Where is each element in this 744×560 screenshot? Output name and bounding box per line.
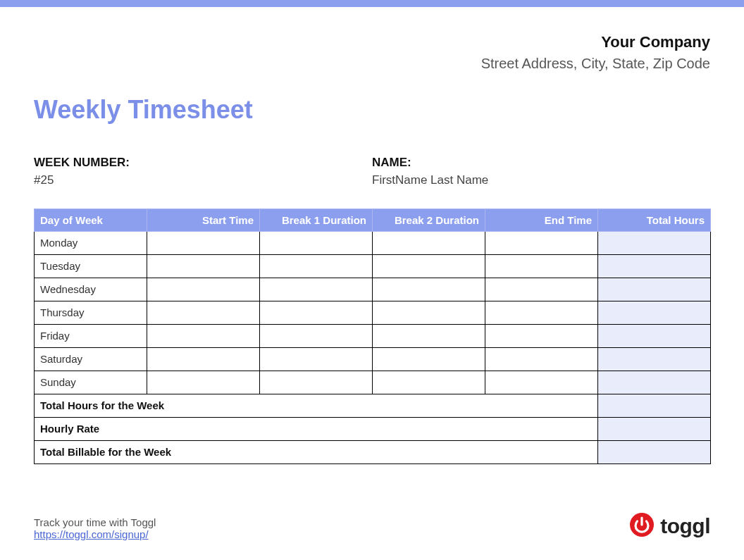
summary-billable-label: Total Billable for the Week xyxy=(35,440,598,463)
footer-left: Track your time with Toggl https://toggl… xyxy=(34,516,156,540)
table-row: Wednesday xyxy=(35,278,711,301)
cell-day: Tuesday xyxy=(35,254,147,278)
cell-break1[interactable] xyxy=(260,254,373,278)
cell-day: Thursday xyxy=(35,301,147,324)
cell-total[interactable] xyxy=(598,371,711,394)
th-day: Day of Week xyxy=(35,209,147,231)
table-row: Thursday xyxy=(35,301,711,324)
cell-break2[interactable] xyxy=(373,347,485,371)
cell-start[interactable] xyxy=(147,278,260,301)
cell-start[interactable] xyxy=(147,347,260,371)
cell-break2[interactable] xyxy=(373,301,485,324)
th-start: Start Time xyxy=(147,209,260,231)
summary-hourly-rate-label: Hourly Rate xyxy=(35,417,598,440)
summary-hourly-rate-value[interactable] xyxy=(598,417,711,440)
timesheet-table: Day of Week Start Time Break 1 Duration … xyxy=(34,209,711,464)
page-content: Your Company Street Address, City, State… xyxy=(0,7,744,464)
cell-break2[interactable] xyxy=(373,371,485,394)
cell-day: Wednesday xyxy=(35,278,147,301)
meta-week: WEEK NUMBER: #25 xyxy=(34,156,372,187)
cell-total[interactable] xyxy=(598,324,711,347)
cell-break1[interactable] xyxy=(260,301,373,324)
cell-end[interactable] xyxy=(485,278,598,301)
cell-total[interactable] xyxy=(598,278,711,301)
th-break1: Break 1 Duration xyxy=(260,209,373,231)
name-label: NAME: xyxy=(372,156,710,170)
cell-total[interactable] xyxy=(598,254,711,278)
cell-day: Friday xyxy=(35,324,147,347)
summary-total-hours-row: Total Hours for the Week xyxy=(35,394,711,417)
cell-day: Saturday xyxy=(35,347,147,371)
cell-end[interactable] xyxy=(485,301,598,324)
table-row: Saturday xyxy=(35,347,711,371)
cell-end[interactable] xyxy=(485,324,598,347)
page-title: Weekly Timesheet xyxy=(34,95,710,125)
top-accent-bar xyxy=(0,0,744,7)
cell-break1[interactable] xyxy=(260,278,373,301)
summary-billable-row: Total Billable for the Week xyxy=(35,440,711,463)
summary-total-hours-value[interactable] xyxy=(598,394,711,417)
cell-start[interactable] xyxy=(147,324,260,347)
cell-total[interactable] xyxy=(598,231,711,254)
cell-break2[interactable] xyxy=(373,278,485,301)
footer-tagline: Track your time with Toggl xyxy=(34,516,156,528)
cell-break1[interactable] xyxy=(260,347,373,371)
toggl-logo: toggl xyxy=(629,512,710,540)
name-value: FirstName Last Name xyxy=(372,173,710,187)
table-row: Monday xyxy=(35,231,711,254)
power-icon xyxy=(629,512,655,540)
company-block: Your Company Street Address, City, State… xyxy=(34,32,710,73)
cell-break2[interactable] xyxy=(373,231,485,254)
cell-start[interactable] xyxy=(147,301,260,324)
cell-day: Sunday xyxy=(35,371,147,394)
cell-end[interactable] xyxy=(485,371,598,394)
company-name: Your Company xyxy=(34,32,710,53)
cell-total[interactable] xyxy=(598,347,711,371)
footer: Track your time with Toggl https://toggl… xyxy=(34,512,710,540)
table-row: Friday xyxy=(35,324,711,347)
cell-start[interactable] xyxy=(147,231,260,254)
table-header-row: Day of Week Start Time Break 1 Duration … xyxy=(35,209,711,231)
th-total: Total Hours xyxy=(598,209,711,231)
table-row: Tuesday xyxy=(35,254,711,278)
cell-break2[interactable] xyxy=(373,254,485,278)
summary-total-hours-label: Total Hours for the Week xyxy=(35,394,598,417)
th-break2: Break 2 Duration xyxy=(373,209,485,231)
cell-break1[interactable] xyxy=(260,371,373,394)
cell-end[interactable] xyxy=(485,254,598,278)
cell-start[interactable] xyxy=(147,254,260,278)
th-end: End Time xyxy=(485,209,598,231)
cell-end[interactable] xyxy=(485,231,598,254)
cell-day: Monday xyxy=(35,231,147,254)
company-address: Street Address, City, State, Zip Code xyxy=(34,54,710,73)
summary-hourly-rate-row: Hourly Rate xyxy=(35,417,711,440)
cell-break2[interactable] xyxy=(373,324,485,347)
signup-link[interactable]: https://toggl.com/signup/ xyxy=(34,528,149,540)
meta-row: WEEK NUMBER: #25 NAME: FirstName Last Na… xyxy=(34,156,710,187)
table-row: Sunday xyxy=(35,371,711,394)
week-number-value: #25 xyxy=(34,173,372,187)
cell-start[interactable] xyxy=(147,371,260,394)
logo-text: toggl xyxy=(660,514,710,538)
cell-break1[interactable] xyxy=(260,324,373,347)
meta-name: NAME: FirstName Last Name xyxy=(372,156,710,187)
cell-total[interactable] xyxy=(598,301,711,324)
week-number-label: WEEK NUMBER: xyxy=(34,156,372,170)
summary-billable-value[interactable] xyxy=(598,440,711,463)
cell-break1[interactable] xyxy=(260,231,373,254)
cell-end[interactable] xyxy=(485,347,598,371)
